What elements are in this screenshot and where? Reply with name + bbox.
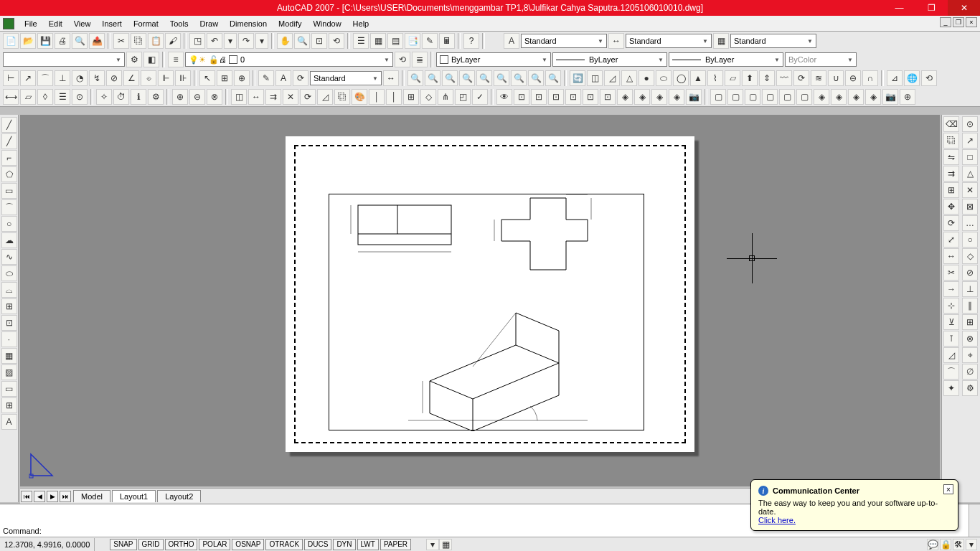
mdi-close[interactable]: × [966,17,977,27]
redo-button[interactable]: ↷ [238,33,254,49]
dim-quick-button[interactable]: ⟐ [141,70,156,86]
osnap-toggle[interactable]: OSNAP [232,539,264,550]
tab-last-button[interactable]: ⏭ [60,491,71,502]
top-view-button[interactable]: ⊡ [514,89,529,105]
zoom-center-button[interactable]: 🔍 [459,70,475,86]
zoom-all-button[interactable]: 🔍 [528,70,544,86]
make-block-button[interactable]: ⊡ [1,315,17,331]
gradient-button[interactable]: ▨ [1,364,17,380]
se-iso-button[interactable]: ◈ [634,89,650,105]
circle-button[interactable]: ○ [1,216,17,232]
break-at-point-button[interactable]: ⊹ [943,298,959,314]
menu-window[interactable]: Window [307,18,347,29]
fillet-button[interactable]: ⌒ [943,364,959,380]
ortho-toggle[interactable]: ORTHO [165,539,198,550]
osnap-endpoint-button[interactable]: □ [962,149,978,165]
paper-toggle[interactable]: PAPER [380,539,411,550]
erase-button[interactable]: ⌫ [943,116,959,132]
tab-model[interactable]: Model [73,490,110,502]
distance-button[interactable]: ⟷ [3,89,19,105]
menu-file[interactable]: File [19,18,43,29]
view-bottom2-button[interactable]: ▢ [727,89,743,105]
subtract-button[interactable]: ⊖ [845,70,861,86]
osnap-quadrant-button[interactable]: ◇ [962,248,978,264]
ucs-world-button[interactable]: 🌐 [904,70,920,86]
revcloud-button[interactable]: ☁ [1,232,17,248]
3d-rotate-button[interactable]: 🔄 [570,70,585,86]
osnap-tangent-button[interactable]: ⊘ [962,265,978,281]
copy-obj-button[interactable]: ⿻ [943,133,959,149]
dyn-toggle[interactable]: DYN [333,539,355,550]
polar-toggle[interactable]: POLAR [199,539,230,550]
bottom-view-button[interactable]: ⊡ [531,89,547,105]
dim-style-manager-button[interactable]: ↔ [383,70,399,86]
table-style-icon[interactable]: ▦ [713,33,729,49]
mdi-minimize[interactable]: _ [940,17,951,27]
extrude-face-button[interactable]: ◫ [231,89,247,105]
point-button[interactable]: · [1,331,17,347]
shell-button[interactable]: ◰ [455,89,471,105]
design-center-button[interactable]: ▦ [370,33,386,49]
match-properties-button[interactable]: 🖌 [165,33,181,49]
extend-button[interactable]: → [943,281,959,297]
join-button[interactable]: ⊺ [943,331,959,347]
color-dropdown[interactable]: ByLayer▼ [436,52,551,67]
table-button[interactable]: ⊞ [1,397,17,413]
osnap-midpoint-button[interactable]: △ [962,166,978,182]
workspace-dropdown[interactable]: ▼ [3,52,125,67]
dim-baseline-button[interactable]: ⊩ [158,70,174,86]
view-front2-button[interactable]: ▢ [779,89,795,105]
dim-style-dropdown2[interactable]: Standard▼ [310,71,382,85]
status-grip-button[interactable]: ▾ [426,539,439,550]
copy-edge-button[interactable]: │ [369,89,385,105]
trim-button[interactable]: ✂ [943,265,959,281]
named-views-button[interactable]: 👁 [496,89,512,105]
open-button[interactable]: 📂 [20,33,36,49]
view-top2-button[interactable]: ▢ [710,89,726,105]
plot-style-dropdown[interactable]: ByColor▼ [785,52,857,67]
tab-prev-button[interactable]: ◀ [34,491,45,502]
my-workspace-button[interactable]: ◧ [143,52,159,67]
check-button[interactable]: ✓ [472,89,488,105]
revolve-button[interactable]: ⟳ [793,70,809,86]
mdi-restore[interactable]: ❐ [953,17,964,27]
dim-aligned-button[interactable]: ↗ [20,70,36,86]
extrude-button[interactable]: ⬆ [742,70,758,86]
menu-tools[interactable]: Tools [164,18,194,29]
menu-dimension[interactable]: Dimension [224,18,273,29]
tab-layout1[interactable]: Layout1 [112,490,156,502]
zoom-extents-button[interactable]: 🔍 [545,70,561,86]
sw-iso-button[interactable]: ◈ [617,89,633,105]
osnap-perpendicular-button[interactable]: ⊥ [962,281,978,297]
scale-button[interactable]: ⤢ [943,232,959,248]
ellipse-arc-button[interactable]: ⌓ [1,282,17,298]
move-button[interactable]: ✥ [943,199,959,215]
osnap-parallel-button[interactable]: ∥ [962,298,978,314]
menu-modify[interactable]: Modify [273,18,307,29]
osnap-center-button[interactable]: ○ [962,232,978,248]
cone-button[interactable]: △ [621,70,637,86]
imprint-button[interactable]: ⊞ [403,89,419,105]
wedge-button[interactable]: ◿ [604,70,620,86]
lwt-toggle[interactable]: LWT [357,539,379,550]
dim-update-button[interactable]: ⟳ [293,70,308,86]
otrack-toggle[interactable]: OTRACK [265,539,303,550]
rotate-button[interactable]: ⟳ [943,215,959,231]
rotate-face-button[interactable]: ⟳ [300,89,316,105]
notification-close-button[interactable]: × [943,484,953,494]
time-button[interactable]: ⏱ [113,89,129,105]
array-button[interactable]: ⊞ [943,182,959,198]
sheet-set-button[interactable]: 📑 [405,33,420,49]
tab-next-button[interactable]: ▶ [47,491,58,502]
linetype-dropdown[interactable]: ByLayer▼ [552,52,667,67]
xline-button[interactable]: ╱ [1,133,17,149]
pan-button[interactable]: ✋ [277,33,293,49]
zoom-object-button[interactable]: 🔍 [476,70,492,86]
zoom-window2-button[interactable]: 🔍 [407,70,423,86]
box-button[interactable]: ◫ [587,70,603,86]
osnap-temp-button[interactable]: ⊙ [962,116,978,132]
union2-button[interactable]: ⊕ [172,89,188,105]
ellipse-button[interactable]: ⬭ [1,265,17,281]
insert-block-button[interactable]: ⊞ [1,298,17,314]
publish-button[interactable]: 📤 [89,33,105,49]
